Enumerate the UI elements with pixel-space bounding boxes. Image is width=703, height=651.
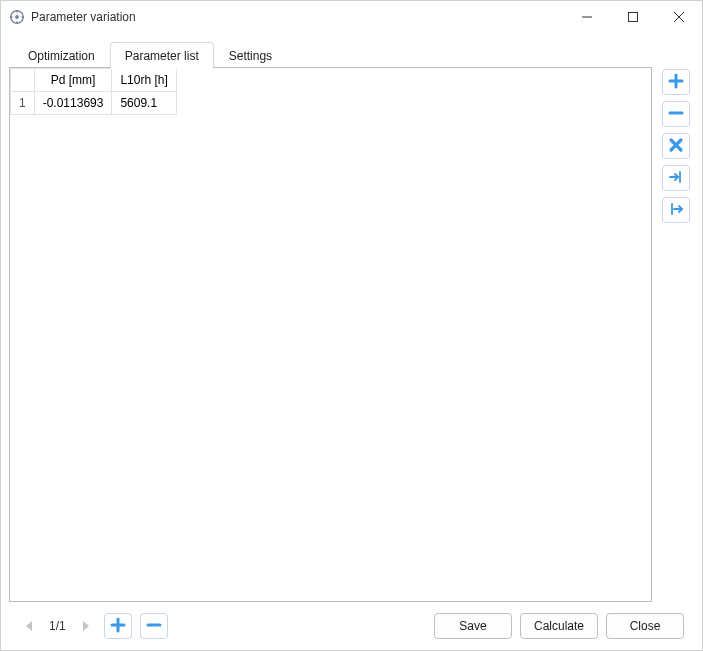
tab-bar: Optimization Parameter list Settings	[9, 41, 694, 68]
side-toolbar	[662, 67, 694, 602]
minus-icon	[668, 105, 684, 124]
svg-point-5	[21, 16, 24, 19]
cross-icon	[668, 137, 684, 156]
minimize-button[interactable]	[564, 1, 610, 33]
plus-icon	[668, 73, 684, 92]
window: Parameter variation Optimization Paramet…	[0, 0, 703, 651]
app-icon	[9, 9, 25, 25]
arrow-out-icon	[668, 201, 684, 220]
cell-pd[interactable]: -0.0113693	[34, 92, 112, 115]
remove-row-button[interactable]	[662, 101, 690, 127]
svg-point-1	[15, 15, 19, 19]
svg-point-4	[10, 16, 13, 19]
calculate-button[interactable]: Calculate	[520, 613, 598, 639]
plus-icon	[110, 617, 126, 636]
tab-parameter-list[interactable]: Parameter list	[110, 42, 214, 69]
titlebar: Parameter variation	[1, 1, 702, 33]
cell-l10rh[interactable]: 5609.1	[112, 92, 176, 115]
svg-rect-6	[629, 13, 638, 22]
close-button[interactable]: Close	[606, 613, 684, 639]
footer-remove-button[interactable]	[140, 613, 168, 639]
column-header-l10rh[interactable]: L10rh [h]	[112, 69, 176, 92]
pager: 1/1	[19, 615, 96, 637]
import-button[interactable]	[662, 165, 690, 191]
client-area: Optimization Parameter list Settings Pd …	[1, 33, 702, 650]
window-title: Parameter variation	[31, 10, 564, 24]
tab-optimization[interactable]: Optimization	[13, 42, 110, 69]
svg-point-3	[16, 21, 19, 24]
close-window-button[interactable]	[656, 1, 702, 33]
page-indicator: 1/1	[49, 619, 66, 633]
save-button[interactable]: Save	[434, 613, 512, 639]
arrow-in-icon	[668, 169, 684, 188]
svg-point-2	[16, 10, 19, 13]
next-page-button[interactable]	[74, 615, 96, 637]
prev-page-button[interactable]	[19, 615, 41, 637]
workarea: Pd [mm] L10rh [h] 1 -0.0113693 5609.1	[9, 67, 694, 602]
table-scroll[interactable]: Pd [mm] L10rh [h] 1 -0.0113693 5609.1	[10, 68, 651, 601]
footer-add-button[interactable]	[104, 613, 132, 639]
maximize-button[interactable]	[610, 1, 656, 33]
table-panel: Pd [mm] L10rh [h] 1 -0.0113693 5609.1	[9, 67, 652, 602]
table-corner	[11, 69, 35, 92]
row-index[interactable]: 1	[11, 92, 35, 115]
window-controls	[564, 1, 702, 33]
parameter-table: Pd [mm] L10rh [h] 1 -0.0113693 5609.1	[10, 68, 177, 115]
export-button[interactable]	[662, 197, 690, 223]
minus-icon	[146, 617, 162, 636]
delete-button[interactable]	[662, 133, 690, 159]
tab-settings[interactable]: Settings	[214, 42, 287, 69]
column-header-pd[interactable]: Pd [mm]	[34, 69, 112, 92]
footer: 1/1 Save Calculate Close	[9, 602, 694, 650]
table-row[interactable]: 1 -0.0113693 5609.1	[11, 92, 177, 115]
add-row-button[interactable]	[662, 69, 690, 95]
